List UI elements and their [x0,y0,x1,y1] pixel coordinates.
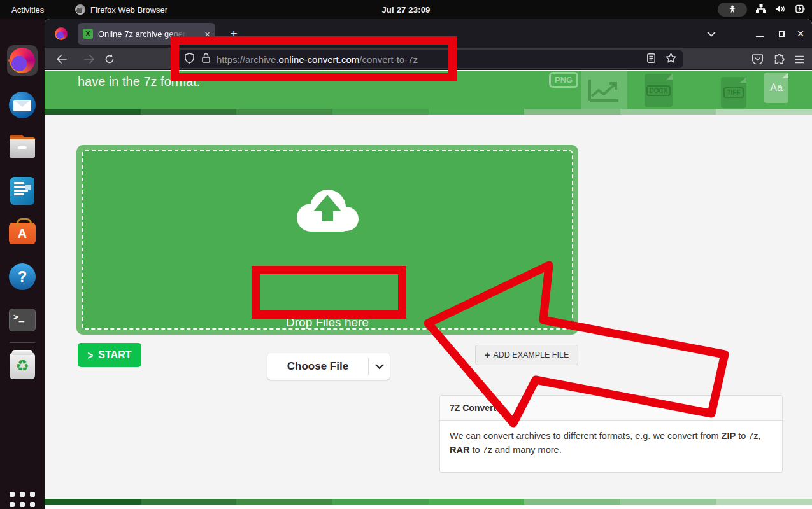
site-favicon: X [83,29,93,39]
strip-segment [620,109,716,115]
chevron-down-icon [375,364,384,370]
thunderbird-icon [9,92,36,118]
firefox-view-button[interactable] [55,27,68,40]
reader-mode-icon[interactable] [647,53,655,66]
ubuntu-software-icon: A [9,223,36,244]
plus-icon: + [485,349,490,360]
dock-item-files[interactable] [7,134,38,164]
dock-item-ubuntu-software[interactable]: A [7,218,38,249]
strip-segment [716,109,812,115]
start-label: START [98,349,131,361]
start-button[interactable]: > START [78,343,141,367]
strip-segment [45,109,141,115]
strip-segment [236,109,332,115]
upload-cloud-icon [292,185,363,239]
firefox-mini-icon [75,4,85,15]
show-applications-icon [10,492,35,509]
focused-app-indicator[interactable]: Firefox Web Browser [75,0,167,19]
dock-item-firefox[interactable] [7,45,38,76]
network-icon[interactable] [756,4,766,15]
strip-segment [524,499,620,505]
footer-step-strip [45,499,812,505]
gnome-top-bar: Activities Firefox Web Browser Jul 27 23… [0,0,812,19]
choose-file-dropdown[interactable] [369,364,390,370]
minimize-button[interactable] [751,25,768,42]
card-body: We can convert archives to different for… [440,421,782,466]
dock-item-thunderbird[interactable] [7,90,38,120]
battery-icon[interactable] [794,4,806,15]
pocket-icon[interactable] [748,50,766,68]
strip-segment [236,499,332,505]
trash-icon: ♻ [10,352,35,379]
dock-item-terminal[interactable]: >_ [7,305,38,335]
accessibility-icon[interactable] [718,3,747,17]
help-icon: ? [9,263,36,290]
libreoffice-writer-icon [10,177,34,205]
clock[interactable]: Jul 27 23:09 [381,0,430,19]
footer-whitespace [45,505,812,509]
web-page: have in the 7z format. PNG DOCX TIFF [45,71,812,509]
focused-app-label: Firefox Web Browser [90,5,167,15]
dock-item-help[interactable]: ? [7,261,38,292]
strip-segment [429,499,525,505]
docx-format-icon: DOCX [645,74,673,107]
progress-step-strip [45,109,812,115]
font-format-icon: Aa [764,73,788,103]
annotation-rect-choose-file [252,266,406,319]
activities-button[interactable]: Activities [11,0,44,19]
firefox-window: X Online 7z archive generat × + × [45,19,812,509]
show-applications-button[interactable] [7,489,38,509]
card-title: 7Z Converter [440,396,782,421]
forward-icon[interactable] [80,50,98,68]
strip-segment [332,109,429,115]
list-tabs-chevron-icon[interactable] [707,28,716,39]
chart-format-icon [581,71,627,109]
start-chevron-icon: > [88,348,94,361]
close-button[interactable]: × [792,25,809,42]
system-tray[interactable] [718,0,806,19]
dock-item-libreoffice-writer[interactable] [7,176,38,206]
maximize-button[interactable] [773,25,790,42]
strip-segment [141,109,237,115]
strip-segment [141,499,237,505]
strip-segment [716,499,812,505]
reload-icon[interactable] [101,50,118,68]
footer-divider [45,498,812,498]
add-example-file-button[interactable]: + ADD EXAMPLE FILE [475,345,578,365]
converter-info-card: 7Z Converter We can convert archives to … [439,395,783,473]
choose-file-button[interactable]: Choose File [267,353,390,380]
hamburger-menu-icon[interactable] [790,50,808,68]
dock: A ? >_ ♻ [0,19,45,509]
volume-icon[interactable] [775,4,785,15]
files-icon [10,139,35,159]
annotation-rect-urlbar [171,36,457,81]
terminal-icon: >_ [9,309,36,331]
extensions-puzzle-icon[interactable] [770,50,788,68]
strip-segment [524,109,620,115]
running-indicator [8,59,11,62]
strip-segment [429,109,525,115]
strip-segment [332,499,429,505]
tiff-format-icon: TIFF [721,77,746,108]
choose-file-label: Choose File [267,360,368,373]
png-format-icon: PNG [549,72,578,88]
strip-segment [45,499,141,505]
dock-item-trash[interactable]: ♻ [7,351,38,381]
chart-format-tile [581,71,627,109]
strip-segment [620,499,716,505]
bookmark-star-icon[interactable] [666,53,676,66]
dock-divider [10,342,35,343]
add-example-label: ADD EXAMPLE FILE [493,351,569,359]
back-icon[interactable] [52,50,70,68]
firefox-icon [10,48,35,73]
